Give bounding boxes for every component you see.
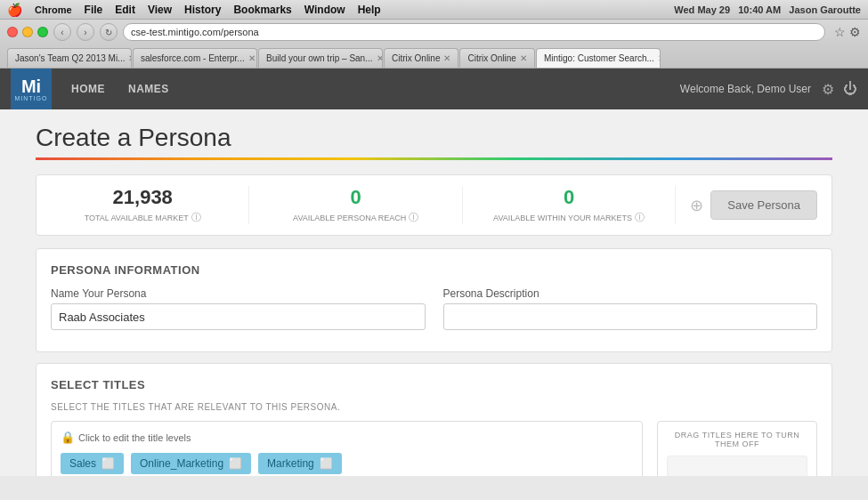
mac-os-bar: 🍎 Chrome File Edit View History Bookmark… [0,0,868,20]
nav-right: Welcome Back, Demo User ⚙ ⏻ [680,81,857,98]
tab-close-4[interactable]: ✕ [520,53,527,63]
titles-subtext: SELECT THE TITLES THAT ARE RELEVANT TO T… [51,402,817,412]
name-label: Name Your Persona [51,287,426,300]
logo-sub: MINTIGO [15,95,48,101]
stat-total-market-label: TOTAL AVAILABLE MARKET ⓘ [51,211,234,224]
titles-header: SELECT TITLES [51,378,817,391]
stat-total-market-value: 21,938 [51,186,234,209]
tab-label-2: Build your own trip – San... [266,53,373,63]
plus-icon: ⊕ [690,196,703,215]
browser-controls: ‹ › ↻ cse-test.mintigo.com/persona ☆ ⚙ [0,20,868,44]
menu-file[interactable]: File [85,4,103,16]
save-persona-button[interactable]: Save Persona [710,190,817,220]
stat-total-market: 21,938 TOTAL AVAILABLE MARKET ⓘ [51,186,249,224]
window-buttons [7,27,48,37]
drag-arrow-icon: ↩ [779,468,799,477]
logo[interactable]: Mi MINTIGO [11,69,52,109]
page-title: Create a Persona [36,124,832,160]
browser-tabs: Jason's Team Q2 2013 Mi... ✕ salesforce.… [0,44,868,68]
persona-info-title: PERSONA INFORMATION [51,263,817,277]
tag-icon-marketing: ⬜ [320,457,333,470]
edit-hint-text: Click to edit the title levels [78,432,191,443]
refresh-button[interactable]: ↻ [100,23,118,41]
tab-2[interactable]: Build your own trip – San... ✕ [258,48,383,68]
desc-input[interactable] [443,303,818,330]
stat-within-markets: 0 AVAILABLE WITHIN YOUR MARKETS ⓘ [463,186,676,224]
star-icon[interactable]: ☆ [834,25,846,39]
power-icon[interactable]: ⏻ [843,81,857,98]
tag-icon-online-marketing: ⬜ [229,457,242,470]
select-titles-section: SELECT TITLES SELECT THE TITLES THAT ARE… [36,363,832,476]
url-text: cse-test.mintigo.com/persona [131,27,259,37]
desc-field: Persona Description [443,287,818,330]
tag-icon-sales: ⬜ [101,457,115,470]
tab-label-0: Jason's Team Q2 2013 Mi... [15,53,125,63]
save-btn-area: ⊕ Save Persona [676,190,817,220]
tab-close-3[interactable]: ✕ [443,53,450,63]
welcome-text: Welcome Back, Demo User [680,83,811,95]
tab-close-1[interactable]: ✕ [248,53,256,63]
app-name: Chrome [35,4,72,15]
tab-0[interactable]: Jason's Team Q2 2013 Mi... ✕ [7,48,132,68]
menu-view[interactable]: View [148,4,172,16]
app-navigation: Mi MINTIGO HOME NAMES Welcome Back, Demo… [0,69,868,109]
close-button[interactable] [7,27,18,37]
maximize-button[interactable] [37,27,48,37]
stat-persona-reach: 0 AVAILABLE PERSONA REACH ⓘ [249,186,462,224]
menu-help[interactable]: Help [358,4,381,16]
title-tag-label-sales: Sales [69,457,96,470]
menu-edit[interactable]: Edit [115,4,135,16]
name-input[interactable] [51,303,426,330]
title-tag-label-online-marketing: Online_Marketing [140,457,223,470]
title-tag-online-marketing[interactable]: Online_Marketing ⬜ [131,453,251,474]
tab-5[interactable]: Mintigo: Customer Search... ✕ [536,48,661,68]
logo-area: Mi MINTIGO HOME NAMES [11,69,180,109]
tab-close-5[interactable]: ✕ [658,53,661,63]
tab-close-0[interactable]: ✕ [128,53,132,63]
title-tag-sales[interactable]: Sales ⬜ [61,453,124,474]
tab-1[interactable]: salesforce.com - Enterpr... ✕ [133,48,257,68]
menu-bookmarks[interactable]: Bookmarks [233,4,291,16]
title-tag-label-marketing: Marketing [267,457,314,470]
edit-icon[interactable]: 🔒 [61,431,75,444]
name-field: Name Your Persona [51,287,426,330]
persona-reach-info-icon[interactable]: ⓘ [409,211,418,224]
tab-label-5: Mintigo: Customer Search... [544,53,654,63]
titles-grid: Sales ⬜ Online_Marketing ⬜ Marketing ⬜ [61,453,633,474]
minimize-button[interactable] [22,27,33,37]
title-tag-marketing[interactable]: Marketing ⬜ [258,453,342,474]
nav-links: HOME NAMES [61,69,180,109]
logo-mi: Mi [21,77,41,95]
persona-info-section: PERSONA INFORMATION Name Your Persona Pe… [36,248,832,352]
forward-button[interactable]: › [77,23,94,41]
tab-3[interactable]: Citrix Online ✕ [384,48,458,68]
apple-menu[interactable]: 🍎 [7,3,22,17]
stats-bar: 21,938 TOTAL AVAILABLE MARKET ⓘ 0 AVAILA… [36,174,832,236]
back-button[interactable]: ‹ [53,23,71,41]
nav-home[interactable]: HOME [61,69,116,109]
address-bar[interactable]: cse-test.mintigo.com/persona [123,23,825,41]
tab-close-2[interactable]: ✕ [377,53,383,63]
tab-label-3: Citrix Online [392,53,440,63]
desc-label: Persona Description [443,287,818,300]
mac-menu-items: File Edit View History Bookmarks Window … [85,4,381,16]
stat-within-markets-label: AVAILABLE WITHIN YOUR MARKETS ⓘ [477,211,661,224]
titles-left-panel: 🔒 Click to edit the title levels Sales ⬜… [51,421,643,476]
total-market-info-icon[interactable]: ⓘ [191,211,201,224]
menu-window[interactable]: Window [304,4,345,16]
nav-icons: ⚙ ⏻ [822,81,857,98]
clock-status: Wed May 29 10:40 AM Jason Garoutte [674,4,861,15]
tab-4[interactable]: Citrix Online ✕ [459,48,534,68]
tab-label-1: salesforce.com - Enterpr... [141,53,245,63]
settings-icon[interactable]: ⚙ [822,81,834,98]
nav-names[interactable]: NAMES [118,69,180,109]
drag-drop-zone[interactable]: ↩ [667,456,807,476]
select-titles-title: SELECT TITLES [51,378,817,391]
wrench-icon[interactable]: ⚙ [849,25,861,39]
titles-workspace: 🔒 Click to edit the title levels Sales ⬜… [51,421,817,476]
within-markets-info-icon[interactable]: ⓘ [635,211,645,224]
browser-chrome: ‹ › ↻ cse-test.mintigo.com/persona ☆ ⚙ J… [0,20,868,69]
tab-label-4: Citrix Online [467,53,515,63]
menu-history[interactable]: History [184,4,221,16]
titles-right-panel: DRAG TITLES HERE TO TURN THEM OFF ↩ [657,421,817,476]
